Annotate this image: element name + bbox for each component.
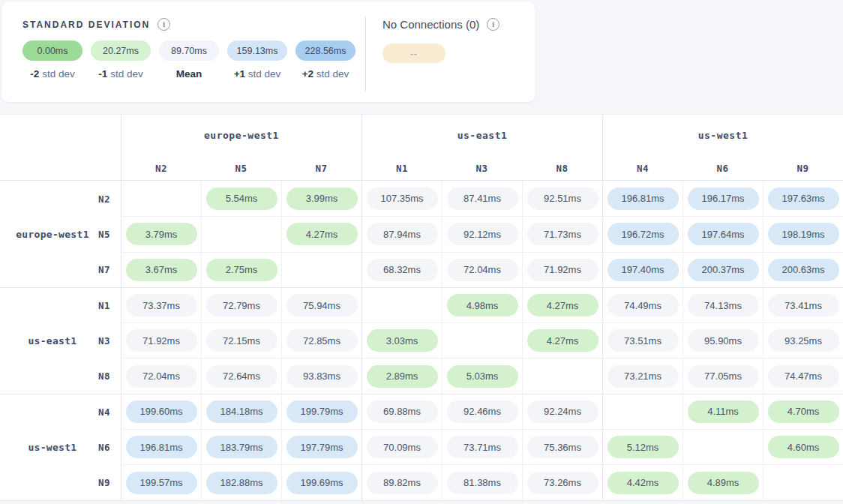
matrix-cell: 71.92ms (121, 322, 201, 358)
matrix-cell: 197.40ms (602, 252, 682, 287)
info-icon[interactable]: i (487, 18, 500, 31)
latency-pill[interactable]: 87.94ms (367, 223, 438, 245)
std-dev-step-label: +2 std dev (296, 68, 356, 80)
latency-pill[interactable]: 73.51ms (608, 329, 679, 352)
latency-pill[interactable]: 2.75ms (206, 259, 278, 281)
latency-pill[interactable]: 196.81ms (608, 188, 679, 210)
latency-pill[interactable]: 198.19ms (768, 223, 839, 245)
node-row-label: N1 (98, 300, 110, 311)
latency-pill[interactable]: 3.79ms (126, 223, 197, 245)
latency-pill[interactable]: 4.60ms (768, 436, 839, 458)
latency-pill[interactable]: 196.72ms (608, 223, 679, 245)
latency-pill[interactable]: 199.69ms (286, 472, 358, 494)
matrix-cell: 68.32ms (362, 252, 442, 287)
region-row-label: us-east1 (0, 334, 105, 346)
region-row-label: us-west1 (0, 441, 105, 452)
latency-pill[interactable]: 93.83ms (286, 365, 358, 388)
latency-pill[interactable]: 70.09ms (367, 436, 438, 458)
matrix-cell: 2.89ms (362, 358, 442, 393)
latency-pill[interactable]: 4.27ms (527, 294, 598, 316)
std-dev-step: 228.56ms +2 std dev (296, 40, 356, 80)
node-row-label: N7 (98, 264, 110, 275)
latency-pill[interactable]: 95.90ms (688, 329, 759, 352)
latency-pill[interactable]: 74.47ms (768, 365, 839, 388)
latency-pill[interactable]: 5.03ms (447, 365, 518, 388)
latency-pill[interactable]: 2.89ms (367, 365, 438, 388)
latency-pill[interactable]: 72.79ms (206, 294, 278, 316)
latency-pill[interactable]: 73.41ms (768, 294, 839, 316)
latency-pill[interactable]: 69.88ms (367, 400, 438, 423)
latency-pill[interactable]: 93.25ms (768, 329, 839, 352)
latency-pill[interactable]: 183.79ms (206, 436, 278, 458)
latency-pill[interactable]: 4.11ms (688, 400, 759, 423)
latency-pill[interactable]: 196.17ms (688, 188, 759, 210)
matrix-cell: 4.42ms (602, 464, 682, 500)
latency-pill[interactable]: 74.49ms (608, 294, 679, 316)
latency-pill[interactable]: 73.71ms (447, 436, 518, 458)
matrix-cell: 3.99ms (281, 181, 362, 216)
latency-pill[interactable]: 74.13ms (688, 294, 759, 316)
latency-pill[interactable]: 197.40ms (608, 259, 679, 281)
latency-pill[interactable]: 197.79ms (286, 436, 358, 458)
latency-pill[interactable]: 4.27ms (527, 329, 598, 352)
latency-pill[interactable]: 182.88ms (206, 472, 278, 494)
latency-pill[interactable]: 4.98ms (447, 294, 518, 316)
latency-pill[interactable]: 72.04ms (447, 259, 518, 281)
latency-pill[interactable]: 72.85ms (286, 329, 358, 352)
legend-card: STANDARD DEVIATION i 0.00ms -2 std dev 2… (2, 2, 535, 102)
latency-pill[interactable]: 5.12ms (608, 436, 679, 458)
region-column-header: europe-west1 (121, 115, 362, 156)
latency-pill[interactable]: 197.64ms (688, 223, 759, 245)
latency-pill[interactable]: 4.42ms (608, 472, 679, 494)
latency-pill[interactable]: 200.63ms (768, 259, 839, 281)
node-column-header: N4 (602, 156, 682, 181)
latency-pill[interactable]: 68.32ms (367, 259, 438, 281)
latency-pill[interactable]: 87.41ms (447, 188, 518, 210)
no-connections-label: No Connections (0) (382, 18, 479, 31)
latency-pill[interactable]: 199.60ms (126, 400, 197, 423)
latency-pill[interactable]: 4.89ms (688, 472, 759, 494)
matrix-cell: 92.12ms (442, 216, 522, 251)
latency-pill[interactable]: 3.99ms (286, 188, 358, 210)
matrix-cell: 183.79ms (201, 429, 281, 464)
latency-pill[interactable]: 72.04ms (126, 365, 197, 388)
latency-pill[interactable]: 75.94ms (286, 294, 358, 316)
row-label-cell: N9 (0, 464, 121, 500)
latency-pill[interactable]: 3.03ms (367, 329, 438, 352)
latency-pill[interactable]: 71.73ms (527, 223, 598, 245)
latency-pill[interactable]: 4.27ms (286, 223, 358, 245)
latency-pill[interactable]: 5.54ms (206, 188, 278, 210)
latency-pill[interactable]: 4.70ms (768, 400, 839, 423)
node-column-header: N1 (362, 156, 442, 181)
latency-pill[interactable]: 73.37ms (126, 294, 197, 316)
latency-pill[interactable]: 200.37ms (688, 259, 759, 281)
latency-pill[interactable]: 197.63ms (768, 188, 839, 210)
latency-pill[interactable]: 72.15ms (206, 329, 278, 352)
matrix-cell: 77.05ms (682, 358, 763, 393)
matrix-cell: 5.03ms (442, 358, 522, 393)
latency-pill[interactable]: 184.18ms (206, 400, 278, 423)
latency-pill[interactable]: 92.46ms (447, 400, 518, 423)
latency-pill[interactable]: 199.57ms (126, 472, 197, 494)
latency-pill[interactable]: 92.51ms (527, 188, 598, 210)
std-dev-step-label: Mean (159, 68, 219, 80)
latency-pill[interactable]: 73.21ms (608, 365, 679, 388)
node-column-header: N3 (442, 156, 522, 181)
latency-pill[interactable]: 92.12ms (447, 223, 518, 245)
latency-pill[interactable]: 92.24ms (527, 400, 598, 423)
latency-pill[interactable]: 77.05ms (688, 365, 759, 388)
latency-pill[interactable]: 71.92ms (126, 329, 197, 352)
info-icon[interactable]: i (158, 18, 170, 31)
latency-pill[interactable]: 71.92ms (527, 259, 598, 281)
matrix-cell: 197.64ms (682, 216, 763, 251)
latency-pill[interactable]: 107.35ms (367, 188, 438, 210)
latency-pill[interactable]: 73.26ms (527, 472, 598, 494)
latency-pill[interactable]: 72.64ms (206, 365, 278, 388)
latency-pill[interactable]: 81.38ms (447, 472, 518, 494)
latency-pill[interactable]: 196.81ms (126, 436, 197, 458)
latency-pill[interactable]: 89.82ms (367, 472, 438, 494)
latency-pill[interactable]: 75.36ms (527, 436, 598, 458)
latency-pill[interactable]: 3.67ms (126, 259, 197, 281)
latency-pill[interactable]: 199.79ms (286, 400, 358, 423)
matrix-cell: 72.15ms (201, 322, 281, 358)
